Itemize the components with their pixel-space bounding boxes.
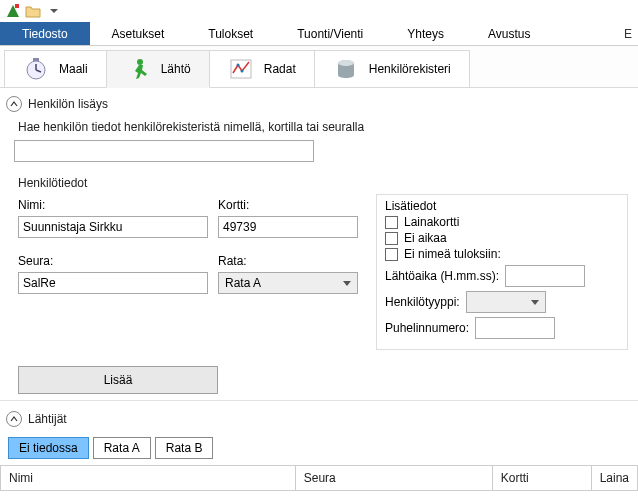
menu-bar: Tiedosto Asetukset Tulokset Tuonti/Vient…: [0, 22, 638, 46]
qa-dropdown-icon[interactable]: [44, 2, 62, 20]
col-club[interactable]: Seura: [295, 466, 492, 491]
caret-down-icon: [343, 281, 351, 286]
person-type-label: Henkilötyyppi:: [385, 295, 460, 309]
starters-tab-unknown[interactable]: Ei tiedossa: [8, 437, 89, 459]
open-folder-icon[interactable]: [24, 2, 42, 20]
menu-settings[interactable]: Asetukset: [90, 22, 187, 45]
phone-input[interactable]: [475, 317, 555, 339]
chart-icon: [228, 56, 254, 82]
quick-access-bar: [0, 0, 638, 22]
clock-icon: [23, 56, 49, 82]
add-person-panel: Hae henkilön tiedot henkilörekisteristä …: [0, 120, 638, 394]
caret-down-icon: [531, 300, 539, 305]
table-header-row: Nimi Seura Kortti Laina: [1, 466, 638, 491]
col-rent[interactable]: Laina: [591, 466, 637, 491]
app-logo-icon: [4, 2, 22, 20]
tab-finish[interactable]: Maali: [4, 50, 107, 88]
name-input[interactable]: [18, 216, 208, 238]
rental-card-checkbox[interactable]: Lainakortti: [385, 215, 619, 229]
svg-point-8: [236, 64, 239, 67]
rental-card-label: Lainakortti: [404, 215, 459, 229]
tab-courses[interactable]: Radat: [209, 50, 315, 88]
extra-info-header: Lisätiedot: [385, 199, 619, 213]
menu-connection[interactable]: Yhteys: [385, 22, 466, 45]
svg-point-6: [137, 59, 143, 65]
starters-tabs: Ei tiedossa Rata A Rata B: [0, 433, 638, 465]
start-time-input[interactable]: [505, 265, 585, 287]
section-starters-title: Lähtijät: [28, 412, 67, 426]
start-time-label: Lähtöaika (H.mm.ss):: [385, 269, 499, 283]
starters-tab-b[interactable]: Rata B: [155, 437, 214, 459]
tab-registry[interactable]: Henkilörekisteri: [314, 50, 470, 88]
runner-icon: [125, 56, 151, 82]
club-input[interactable]: [18, 272, 208, 294]
menu-right-char: E: [624, 22, 638, 45]
course-select-value: Rata A: [225, 276, 261, 290]
no-name-results-label: Ei nimeä tuloksiin:: [404, 247, 501, 261]
name-label: Nimi:: [18, 198, 218, 212]
tab-registry-label: Henkilörekisteri: [369, 62, 451, 76]
tab-start-label: Lähtö: [161, 62, 191, 76]
card-input[interactable]: [218, 216, 358, 238]
col-name[interactable]: Nimi: [1, 466, 296, 491]
svg-rect-1: [15, 4, 19, 8]
section-add-person-header[interactable]: Henkilön lisäys: [0, 88, 638, 118]
ribbon: Maali Lähtö Radat Henkilörekisteri: [0, 46, 638, 88]
starters-tab-a[interactable]: Rata A: [93, 437, 151, 459]
club-label: Seura:: [18, 254, 218, 268]
card-label: Kortti:: [218, 198, 368, 212]
phone-label: Puhelinnumero:: [385, 321, 469, 335]
no-time-checkbox[interactable]: Ei aikaa: [385, 231, 619, 245]
tab-courses-label: Radat: [264, 62, 296, 76]
svg-point-11: [338, 60, 354, 66]
svg-point-9: [240, 70, 243, 73]
database-icon: [333, 56, 359, 82]
menu-help[interactable]: Avustus: [466, 22, 552, 45]
add-button[interactable]: Lisää: [18, 366, 218, 394]
course-label: Rata:: [218, 254, 368, 268]
search-help-text: Hae henkilön tiedot henkilörekisteristä …: [18, 120, 628, 134]
search-input[interactable]: [14, 140, 314, 162]
person-type-select[interactable]: [466, 291, 546, 313]
chevron-up-icon: [6, 96, 22, 112]
extra-info-group: Lisätiedot Lainakortti Ei aikaa Ei nimeä…: [376, 194, 628, 350]
section-starters-header[interactable]: Lähtijät: [0, 403, 638, 433]
menu-import-export[interactable]: Tuonti/Vienti: [275, 22, 385, 45]
menu-results[interactable]: Tulokset: [186, 22, 275, 45]
tab-start[interactable]: Lähtö: [106, 50, 210, 88]
chevron-up-icon: [6, 411, 22, 427]
section-add-person-title: Henkilön lisäys: [28, 97, 108, 111]
person-details-header: Henkilötiedot: [18, 176, 628, 190]
menu-file[interactable]: Tiedosto: [0, 22, 90, 45]
svg-rect-5: [33, 58, 39, 61]
no-time-label: Ei aikaa: [404, 231, 447, 245]
tab-finish-label: Maali: [59, 62, 88, 76]
col-card[interactable]: Kortti: [492, 466, 591, 491]
course-select[interactable]: Rata A: [218, 272, 358, 294]
starters-table: Nimi Seura Kortti Laina: [0, 465, 638, 491]
no-name-results-checkbox[interactable]: Ei nimeä tuloksiin:: [385, 247, 619, 261]
